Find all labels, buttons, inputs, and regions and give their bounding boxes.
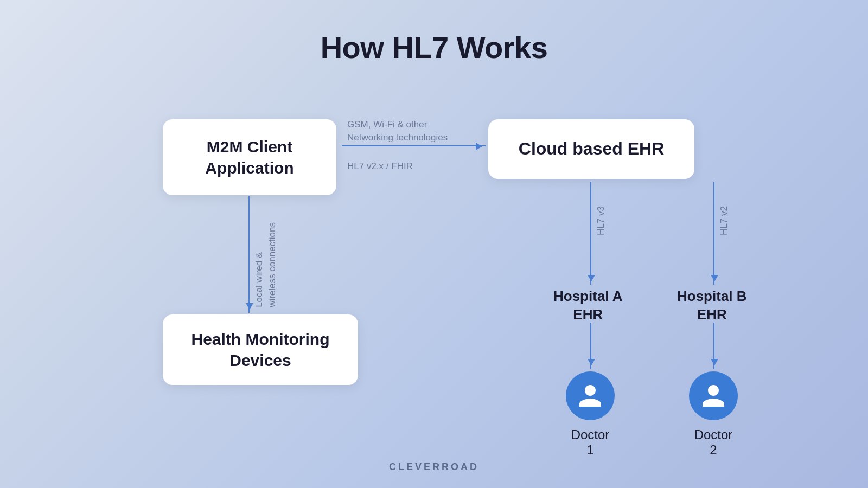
hospital-a-label: Hospital AEHR (553, 287, 623, 324)
doctor-1-avatar (566, 371, 615, 420)
hl7-fhir-label: HL7 v2.x / FHIR (347, 160, 413, 173)
health-label: Health MonitoringDevices (192, 329, 330, 371)
doctor-2-label: Doctor 2 (689, 427, 738, 458)
footer-brand: CLEVERROAD (389, 461, 479, 473)
diagram: M2M ClientApplication Cloud based EHR He… (108, 76, 760, 455)
cloud-box: Cloud based EHR (488, 119, 694, 179)
m2m-label: M2M ClientApplication (205, 136, 293, 178)
health-box: Health MonitoringDevices (163, 314, 358, 385)
hl7-v3-label: HL7 v3 (595, 206, 608, 235)
arrow-hospital-a-to-doctor-1 (590, 323, 591, 369)
doctor-1-label: Doctor 1 (566, 427, 615, 458)
arrow-cloud-to-hospital-a (590, 182, 591, 285)
networking-label: GSM, Wi-Fi & otherNetworking technologie… (347, 118, 448, 144)
hl7-v2-label: HL7 v2 (718, 206, 731, 235)
arrow-hospital-b-to-doctor-2 (713, 323, 714, 369)
page-title: How HL7 Works (321, 30, 548, 65)
slide: How HL7 Works M2M ClientApplication Clou… (0, 0, 868, 488)
hospital-b-label: Hospital BEHR (677, 287, 747, 324)
arrow-m2m-to-health (248, 196, 250, 313)
arrow-m2m-to-cloud (342, 145, 486, 146)
m2m-box: M2M ClientApplication (163, 119, 336, 195)
arrow-cloud-to-hospital-b (713, 182, 714, 285)
person-icon-1 (577, 382, 604, 409)
person-icon-2 (700, 382, 727, 409)
cloud-label: Cloud based EHR (519, 138, 664, 160)
local-wired-label: Local wired &wireless connections (253, 222, 279, 307)
doctor-2-avatar (689, 371, 738, 420)
